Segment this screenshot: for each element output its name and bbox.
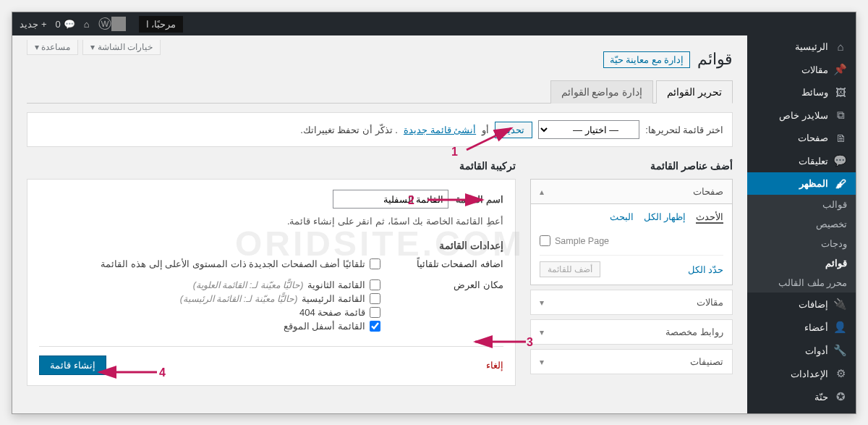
user-icon: 👤 xyxy=(834,321,847,334)
accordion-pages-body: الأحدث إظهار الكل البحث Sample Page حدّد… xyxy=(530,204,733,285)
loc-footer-checkbox[interactable] xyxy=(370,321,380,332)
loc-404-text: قائمة صفحة 404 xyxy=(299,307,365,318)
chevron-down-icon: ▾ xyxy=(540,298,544,308)
pages-tab-search[interactable]: البحث xyxy=(610,211,634,224)
select-bar-suffix: . تذكّر أن تحفظ تغييراتك. xyxy=(300,125,398,135)
auto-add-checkbox[interactable] xyxy=(370,258,380,269)
pin-icon: 📌 xyxy=(834,63,847,76)
menu-settings-title: إعدادات القائمة xyxy=(39,240,503,251)
accordion-links[interactable]: روابط مخصصة▾ xyxy=(530,319,733,345)
sidebar-item-slider[interactable]: ⧉سلايدر خاص xyxy=(747,104,856,127)
plugin-icon: 🔌 xyxy=(834,298,847,311)
sidebar-item-users[interactable]: 👤أعضاء xyxy=(747,316,856,339)
accordion-posts[interactable]: مقالات▾ xyxy=(530,290,733,315)
loc-footer-text: القائمة أسفل الموقع xyxy=(284,321,365,332)
sidebar-item-comments[interactable]: 💬تعليقات xyxy=(747,149,856,172)
loc-primary-note: (حاليًّا معيّنة لـ: القائمة الرئيسية) xyxy=(180,293,298,304)
loc-primary-text: القائمة الرئيسية xyxy=(302,293,365,304)
accordion-categories[interactable]: تصنيفات▾ xyxy=(530,349,733,374)
avatar[interactable] xyxy=(111,17,126,31)
star-outline-icon: ☆ xyxy=(834,413,847,414)
add-items-title: أضف عناصر القائمة xyxy=(530,160,733,172)
pages-tab-recent[interactable]: الأحدث xyxy=(696,211,723,224)
submenu-customize[interactable]: تخصيص xyxy=(747,214,856,234)
screen-options-toggle[interactable]: خيارات الشاشة ▾ xyxy=(82,40,161,55)
submenu-menus[interactable]: قوائم xyxy=(747,253,856,273)
accordion-pages[interactable]: صفحات▴ xyxy=(530,179,733,204)
auto-add-option: تلقائيًا أضف الصفحات الجديدة ذات المستوى… xyxy=(101,258,365,269)
sidebar-item-dashboard[interactable]: ⌂الرئيسية xyxy=(747,35,856,58)
wrench-icon: 🔧 xyxy=(834,344,847,357)
sidebar-item-media[interactable]: 🖾وسائط xyxy=(747,81,856,104)
menu-structure-title: تركيبة القائمة xyxy=(27,160,516,172)
pages-tab-all[interactable]: إظهار الكل xyxy=(644,211,686,224)
page-icon: 🗎 xyxy=(834,132,847,144)
menu-name-input[interactable] xyxy=(333,190,448,209)
loc-secondary-note: (حاليًّا معيّنة لـ: القائمة العلوية) xyxy=(193,279,304,290)
appearance-submenu: قوالب تخصيص ودجات قوائم محرر ملف القالب xyxy=(747,195,856,293)
menu-tabs: تحرير القوائم إدارة مواضع القوائم xyxy=(27,80,733,104)
loc-secondary-text: القائمة الثانوية xyxy=(307,279,365,290)
comments-indicator[interactable]: 💬 0 xyxy=(56,19,75,30)
content-area: خيارات الشاشة ▾ مساعدة ▾ قوائم إدارة مع … xyxy=(12,35,747,413)
sidebar-item-pages[interactable]: 🗎صفحات xyxy=(747,127,856,149)
live-preview-button[interactable]: إدارة مع معاينة حيّة xyxy=(603,51,690,68)
create-menu-button[interactable]: إنشاء قائمة xyxy=(39,355,106,375)
loc-secondary-checkbox[interactable] xyxy=(370,279,380,290)
chevron-down-icon: ▾ xyxy=(540,327,544,337)
sidebar-item-settings[interactable]: ⚙الإعدادات xyxy=(747,362,856,385)
auto-add-label: اضافه الصفحات تلقائياً xyxy=(402,258,503,269)
admin-sidebar: ⌂الرئيسية 📌مقالات 🖾وسائط ⧉سلايدر خاص 🗎صف… xyxy=(747,35,856,413)
admin-bar: ⓦ ⌂ 💬 0 + جديد مرحبًا، ا xyxy=(12,12,856,35)
select-menu-button[interactable]: تحديد xyxy=(495,122,532,138)
loc-404-checkbox[interactable] xyxy=(370,307,380,318)
menu-hint-text: أعطِ القائمة الخاصة بك اسمًا، ثم انقر عل… xyxy=(39,216,503,227)
target-icon: ✪ xyxy=(834,390,847,403)
chevron-down-icon: ▾ xyxy=(540,357,544,367)
select-all-link[interactable]: حدّد الكل xyxy=(688,264,723,275)
menu-structure-panel: اسم القائمة أعطِ القائمة الخاصة بك اسمًا… xyxy=(27,179,516,386)
select-bar-label: اختر قائمة لتحريرها: xyxy=(645,125,723,135)
new-content-button[interactable]: + جديد xyxy=(20,19,47,30)
gear-icon: ⚙ xyxy=(834,367,847,380)
sample-page-checkbox[interactable] xyxy=(540,235,550,246)
sidebar-item-light-numbers[interactable]: ☆أرقام لايت xyxy=(747,408,856,414)
sidebar-item-posts[interactable]: 📌مقالات xyxy=(747,58,856,81)
menu-name-label: اسم القائمة xyxy=(456,194,503,205)
dashboard-icon: ⌂ xyxy=(834,41,847,53)
tab-manage-locations[interactable]: إدارة مواضع القوائم xyxy=(550,80,654,104)
chevron-up-icon: ▴ xyxy=(540,187,544,197)
comment-icon: 💬 xyxy=(834,154,847,167)
sidebar-item-appearance[interactable]: 🖌المظهر xyxy=(747,172,856,195)
display-location-label: مكان العرض xyxy=(402,279,503,290)
tab-edit-menus[interactable]: تحرير القوائم xyxy=(656,80,733,104)
wordpress-logo-icon[interactable]: ⓦ xyxy=(98,15,111,33)
create-new-menu-link[interactable]: أنشئ قائمة جديدة xyxy=(404,125,476,135)
submenu-themes[interactable]: قوالب xyxy=(747,195,856,214)
cancel-link[interactable]: إلغاء xyxy=(486,360,503,371)
account-greeting[interactable]: مرحبًا، ا xyxy=(139,16,184,33)
sidebar-item-tools[interactable]: 🔧أدوات xyxy=(747,339,856,362)
media-icon: 🖾 xyxy=(834,86,847,98)
help-toggle[interactable]: مساعدة ▾ xyxy=(27,40,78,55)
brush-icon: 🖌 xyxy=(834,177,847,190)
submenu-widgets[interactable]: ودجات xyxy=(747,234,856,253)
menu-select-bar: اختر قائمة لتحريرها: — اختيار — تحديد أو… xyxy=(27,112,733,147)
page-title: قوائم xyxy=(697,50,733,69)
sample-page-label: Sample Page xyxy=(555,236,609,246)
sidebar-item-hanna[interactable]: ✪حنّة xyxy=(747,385,856,408)
or-text: أو xyxy=(482,125,489,135)
submenu-editor[interactable]: محرر ملف القالب xyxy=(747,273,856,293)
sidebar-item-plugins[interactable]: 🔌إضافات xyxy=(747,293,856,316)
loc-primary-checkbox[interactable] xyxy=(370,293,380,304)
menu-select-dropdown[interactable]: — اختيار — xyxy=(538,120,639,139)
home-icon[interactable]: ⌂ xyxy=(84,19,90,30)
slider-icon: ⧉ xyxy=(834,109,847,122)
add-to-menu-button[interactable]: أضف للقائمة xyxy=(540,261,600,277)
